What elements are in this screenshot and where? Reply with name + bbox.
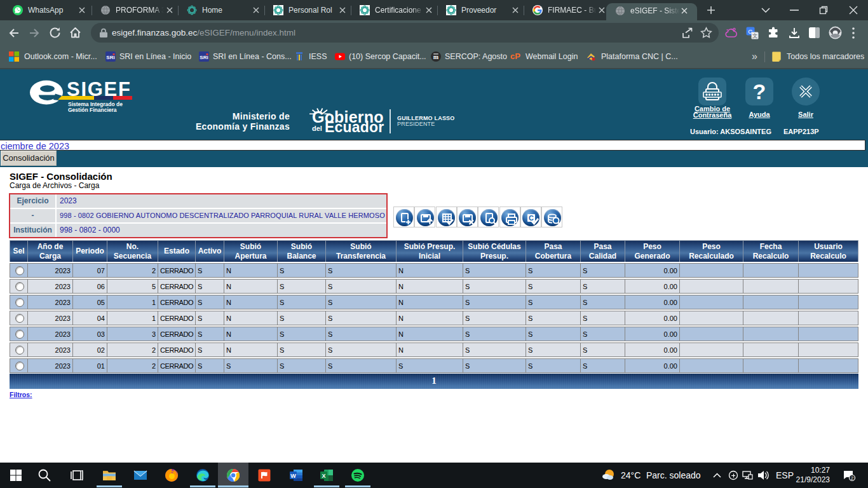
svg-text:2: 2 xyxy=(851,475,854,481)
svg-text:X: X xyxy=(322,473,325,479)
svg-text:W: W xyxy=(290,473,296,479)
svg-text:文: 文 xyxy=(752,32,758,39)
svg-text:m: m xyxy=(433,53,439,60)
svg-text:C: C xyxy=(529,214,534,222)
